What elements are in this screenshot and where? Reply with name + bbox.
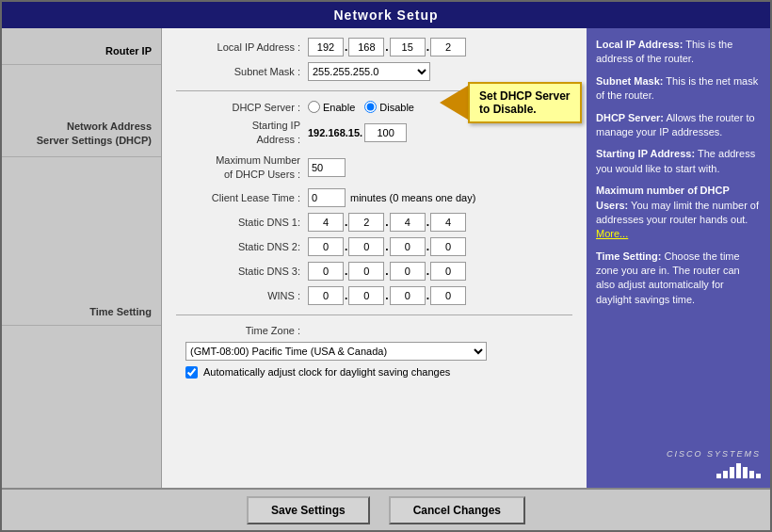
- client-lease-label: Client Lease Time :: [176, 192, 308, 203]
- static-dns2-input-group: . . .: [308, 237, 466, 256]
- dhcp-enable-label[interactable]: Enable: [308, 101, 355, 113]
- local-ip-row: Local IP Address : . . .: [176, 38, 572, 56]
- static-dns2-row: Static DNS 2: . . .: [176, 237, 572, 256]
- auto-adjust-label: Automatically adjust clock for daylight …: [203, 366, 450, 378]
- local-ip-input-group: . . .: [308, 38, 466, 56]
- help-subnet-mask: Subnet Mask: This is the net mask of the…: [596, 74, 761, 104]
- bar-2: [723, 471, 728, 478]
- starting-ip-group: 192.168.15.: [308, 123, 407, 142]
- wins-octet-2[interactable]: [348, 286, 384, 305]
- help-panel: Local IP Address: This is the address of…: [587, 28, 770, 488]
- dns1-octet-3[interactable]: [390, 213, 426, 232]
- form-area: Local IP Address : . . . Subnet Mask : 2…: [162, 28, 587, 488]
- nav-time-setting[interactable]: Time Setting: [2, 298, 161, 326]
- static-dns2-label: Static DNS 2:: [176, 241, 308, 252]
- client-lease-row: Client Lease Time : minutes (0 means one…: [176, 188, 572, 207]
- client-lease-input[interactable]: [308, 188, 346, 207]
- nav-network-address[interactable]: Network AddressServer Settings (DHCP): [2, 112, 161, 157]
- help-starting-ip: Starting IP Address: The address you wou…: [596, 147, 761, 176]
- static-dns1-label: Static DNS 1:: [176, 217, 308, 228]
- wins-input-group: . . .: [308, 286, 466, 305]
- help-dhcp-server: DHCP Server: Allows the router to manage…: [596, 111, 761, 140]
- max-users-label: Maximum Numberof DHCP Users :: [176, 153, 308, 183]
- static-dns1-input-group: . . .: [308, 213, 466, 232]
- local-ip-label: Local IP Address :: [176, 41, 308, 53]
- left-navigation: Router IP Network AddressServer Settings…: [2, 28, 162, 488]
- cisco-brand: CISCO SYSTEMS: [596, 448, 761, 460]
- dns3-octet-4[interactable]: [430, 262, 466, 281]
- time-zone-select[interactable]: (GMT-08:00) Pacific Time (USA & Canada) …: [185, 342, 487, 361]
- save-settings-button[interactable]: Save Settings: [247, 496, 370, 524]
- bar-5: [743, 467, 748, 478]
- subnet-mask-select[interactable]: 255.255.255.0 255.255.0.0 255.0.0.0: [308, 62, 430, 81]
- local-ip-octet-1[interactable]: [308, 38, 344, 56]
- local-ip-octet-2[interactable]: [348, 38, 384, 56]
- tooltip-arrow-icon: [440, 86, 468, 120]
- dns1-octet-4[interactable]: [430, 213, 466, 232]
- auto-adjust-checkbox[interactable]: [185, 366, 198, 379]
- dhcp-server-label: DHCP Server :: [176, 102, 308, 113]
- static-dns3-label: Static DNS 3:: [176, 266, 308, 277]
- dns1-octet-2[interactable]: [348, 213, 384, 232]
- cisco-bars-icon: [596, 463, 761, 478]
- dhcp-disable-radio[interactable]: [364, 101, 377, 113]
- section-divider-2: [176, 314, 572, 315]
- starting-ip-last-octet[interactable]: [364, 123, 407, 142]
- client-lease-suffix: minutes (0 means one day): [350, 192, 475, 203]
- static-dns3-input-group: . . .: [308, 262, 466, 281]
- help-time-setting: Time Setting: Choose the time zone you a…: [596, 250, 761, 308]
- local-ip-octet-4[interactable]: [430, 38, 466, 56]
- time-zone-label: Time Zone :: [176, 325, 308, 336]
- help-local-ip: Local IP Address: This is the address of…: [596, 38, 761, 67]
- page-header: Network Setup: [2, 2, 770, 28]
- bar-3: [730, 467, 734, 478]
- wins-row: WINS : . . .: [176, 286, 572, 305]
- dhcp-disable-label[interactable]: Disable: [364, 101, 414, 113]
- tooltip-box: Set DHCP Serverto Disable.: [468, 82, 582, 123]
- more-link[interactable]: More...: [596, 228, 628, 239]
- dns2-octet-4[interactable]: [430, 237, 466, 256]
- dhcp-enable-radio[interactable]: [308, 101, 320, 113]
- local-ip-octet-3[interactable]: [390, 38, 426, 56]
- dns3-octet-2[interactable]: [348, 262, 384, 281]
- time-zone-label-row: Time Zone :: [176, 325, 572, 336]
- max-users-row: Maximum Numberof DHCP Users :: [176, 153, 572, 183]
- static-dns1-row: Static DNS 1: . . .: [176, 213, 572, 232]
- help-max-users: Maximum number of DHCP Users: You may li…: [596, 184, 761, 242]
- help-text: Local IP Address: This is the address of…: [596, 38, 761, 443]
- wins-octet-1[interactable]: [308, 286, 344, 305]
- wins-octet-3[interactable]: [390, 286, 426, 305]
- dns3-octet-1[interactable]: [308, 262, 344, 281]
- dns1-octet-1[interactable]: [308, 213, 344, 232]
- static-dns3-row: Static DNS 3: . . .: [176, 262, 572, 281]
- auto-adjust-row: Automatically adjust clock for daylight …: [185, 366, 572, 379]
- cancel-changes-button[interactable]: Cancel Changes: [389, 496, 525, 524]
- dns3-octet-3[interactable]: [390, 262, 426, 281]
- dns2-octet-2[interactable]: [348, 237, 384, 256]
- starting-ip-static: 192.168.15.: [308, 127, 362, 138]
- dhcp-tooltip: Set DHCP Serverto Disable.: [440, 82, 582, 123]
- bar-4: [736, 463, 741, 478]
- bar-1: [716, 474, 721, 478]
- right-content: Local IP Address: This is the address of…: [596, 38, 761, 478]
- dns2-octet-1[interactable]: [308, 237, 344, 256]
- wins-octet-4[interactable]: [430, 286, 466, 305]
- subnet-mask-row: Subnet Mask : 255.255.255.0 255.255.0.0 …: [176, 62, 572, 81]
- page-title: Network Setup: [333, 8, 438, 23]
- bar-7: [756, 474, 761, 478]
- dns2-octet-3[interactable]: [390, 237, 426, 256]
- footer: Save Settings Cancel Changes: [2, 488, 770, 530]
- cisco-logo-area: CISCO SYSTEMS: [596, 443, 761, 478]
- max-users-input[interactable]: [308, 158, 346, 177]
- dhcp-radio-group: Enable Disable: [308, 101, 414, 113]
- time-zone-select-row: (GMT-08:00) Pacific Time (USA & Canada) …: [185, 342, 572, 361]
- starting-ip-label: Starting IPAddress :: [176, 119, 308, 148]
- bar-6: [749, 471, 754, 478]
- wins-label: WINS :: [176, 290, 308, 301]
- nav-router-ip[interactable]: Router IP: [2, 38, 161, 65]
- subnet-mask-label: Subnet Mask :: [176, 66, 308, 77]
- dhcp-server-row: DHCP Server : Enable Disable: [176, 101, 572, 113]
